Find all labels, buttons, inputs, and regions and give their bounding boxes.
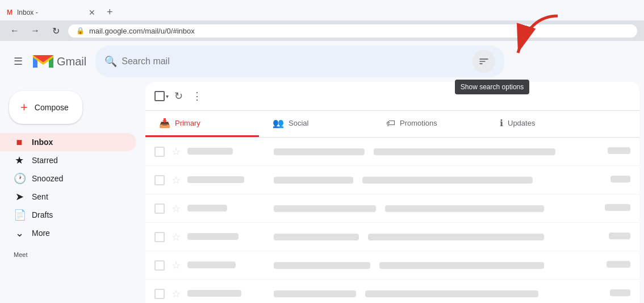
lock-icon: 🔒 bbox=[76, 27, 85, 35]
sender-name bbox=[187, 204, 267, 213]
email-time bbox=[609, 233, 630, 241]
sidebar: + Compose ■ Inbox ★ Starred 🕐 Snoozed ➤ … bbox=[0, 82, 145, 303]
active-tab[interactable]: M Inbox - ✕ bbox=[0, 5, 102, 20]
forward-button[interactable]: → bbox=[27, 23, 43, 39]
search-options-container: Show search options bbox=[472, 50, 495, 73]
tab-updates[interactable]: ℹ Updates bbox=[486, 111, 600, 137]
sidebar-item-more[interactable]: ⌄ More bbox=[0, 224, 136, 242]
email-toolbar: ▾ ↻ ⋮ bbox=[145, 82, 639, 111]
sidebar-item-label-inbox: Inbox bbox=[32, 138, 127, 147]
updates-tab-icon: ℹ bbox=[500, 118, 503, 128]
sidebar-item-inbox[interactable]: ■ Inbox bbox=[0, 133, 136, 151]
star-icon[interactable]: ☆ bbox=[172, 288, 181, 300]
table-row[interactable]: ☆ bbox=[145, 138, 639, 166]
gmail-logo: Gmail bbox=[32, 53, 86, 70]
select-all-area[interactable]: ▾ bbox=[154, 91, 169, 101]
tab-favicon: M bbox=[7, 9, 12, 16]
select-dropdown-chevron[interactable]: ▾ bbox=[166, 93, 169, 99]
new-tab-button[interactable]: + bbox=[102, 4, 118, 20]
social-tab-icon: 👥 bbox=[273, 118, 284, 128]
email-body-preview bbox=[274, 177, 604, 184]
table-row[interactable]: ☆ bbox=[145, 223, 639, 251]
address-bar-row: ← → ↻ 🔒 mail.google.com/mail/u/0/#inbox bbox=[0, 20, 644, 41]
email-body-preview bbox=[274, 148, 601, 155]
more-actions-button[interactable]: ⋮ bbox=[189, 86, 206, 106]
sent-icon: ➤ bbox=[14, 190, 25, 203]
select-all-checkbox[interactable] bbox=[154, 91, 165, 101]
star-icon[interactable]: ☆ bbox=[172, 202, 181, 215]
sender-name bbox=[187, 289, 267, 298]
email-body-preview bbox=[274, 234, 602, 240]
table-row[interactable]: ☆ bbox=[145, 251, 639, 280]
email-time bbox=[607, 261, 630, 269]
refresh-button[interactable]: ↻ bbox=[48, 23, 64, 39]
url-text: mail.google.com/mail/u/0/#inbox bbox=[89, 27, 195, 35]
back-button[interactable]: ← bbox=[7, 23, 23, 39]
star-icon[interactable]: ☆ bbox=[172, 259, 181, 272]
email-body-preview bbox=[274, 290, 603, 297]
sender-name bbox=[187, 176, 267, 185]
email-body-preview bbox=[274, 205, 598, 212]
compose-plus-icon: + bbox=[20, 100, 28, 115]
sidebar-item-label-drafts: Drafts bbox=[32, 210, 127, 219]
category-tabs: 📥 Primary 👥 Social 🏷 Promotions ℹ Update… bbox=[145, 111, 639, 138]
sidebar-item-label-snoozed: Snoozed bbox=[32, 174, 127, 183]
table-row[interactable]: ☆ bbox=[145, 280, 639, 303]
starred-icon: ★ bbox=[14, 154, 25, 167]
star-icon[interactable]: ☆ bbox=[172, 146, 181, 158]
row-checkbox[interactable] bbox=[154, 175, 165, 185]
row-checkbox[interactable] bbox=[154, 260, 165, 271]
search-bar[interactable]: 🔍 Show search options bbox=[95, 45, 504, 77]
row-checkbox[interactable] bbox=[154, 147, 165, 157]
email-list: ☆ ☆ bbox=[145, 138, 639, 303]
gmail-m-logo bbox=[32, 53, 55, 70]
search-input[interactable] bbox=[122, 56, 468, 67]
menu-button[interactable]: ☰ bbox=[9, 51, 27, 72]
row-checkbox[interactable] bbox=[154, 204, 165, 214]
drafts-icon: 📄 bbox=[14, 209, 25, 221]
sender-name bbox=[187, 147, 267, 156]
email-time bbox=[605, 204, 630, 213]
row-checkbox[interactable] bbox=[154, 232, 165, 242]
sidebar-item-label-starred: Starred bbox=[32, 156, 127, 165]
star-icon[interactable]: ☆ bbox=[172, 174, 181, 186]
table-row[interactable]: ☆ bbox=[145, 194, 639, 223]
more-chevron-icon: ⌄ bbox=[14, 227, 25, 239]
tab-label-updates: Updates bbox=[508, 119, 535, 127]
sender-name bbox=[187, 261, 267, 270]
sidebar-item-starred[interactable]: ★ Starred bbox=[0, 151, 136, 169]
promotions-tab-icon: 🏷 bbox=[386, 118, 395, 128]
inbox-icon: ■ bbox=[14, 136, 25, 148]
url-bar[interactable]: 🔒 mail.google.com/mail/u/0/#inbox bbox=[68, 24, 637, 38]
app-header: ☰ Gmail 🔍 Show searc bbox=[0, 41, 644, 82]
sidebar-item-label-more: More bbox=[32, 229, 127, 238]
primary-tab-icon: 📥 bbox=[159, 118, 170, 128]
search-options-button[interactable] bbox=[472, 50, 495, 73]
sender-name bbox=[187, 233, 267, 242]
email-body-preview bbox=[274, 262, 600, 269]
sidebar-item-sent[interactable]: ➤ Sent bbox=[0, 188, 136, 206]
meet-section-label: Meet bbox=[0, 242, 145, 260]
star-icon[interactable]: ☆ bbox=[172, 231, 181, 243]
filter-icon bbox=[478, 56, 490, 67]
row-checkbox[interactable] bbox=[154, 289, 165, 299]
tab-primary[interactable]: 📥 Primary bbox=[145, 111, 259, 137]
compose-label: Compose bbox=[35, 103, 69, 112]
tab-close-button[interactable]: ✕ bbox=[89, 8, 95, 17]
tab-title: Inbox - bbox=[17, 9, 84, 16]
sidebar-item-label-sent: Sent bbox=[32, 192, 127, 201]
tab-social[interactable]: 👥 Social bbox=[259, 111, 373, 137]
refresh-button[interactable]: ↻ bbox=[171, 86, 186, 106]
email-time bbox=[610, 289, 630, 298]
snoozed-icon: 🕐 bbox=[14, 172, 25, 185]
search-icon: 🔍 bbox=[104, 55, 117, 68]
sidebar-item-snoozed[interactable]: 🕐 Snoozed bbox=[0, 169, 136, 188]
compose-button[interactable]: + Compose bbox=[9, 91, 82, 124]
gmail-text: Gmail bbox=[57, 55, 86, 68]
gmail-body: + Compose ■ Inbox ★ Starred 🕐 Snoozed ➤ … bbox=[0, 82, 644, 303]
tab-label-promotions: Promotions bbox=[400, 119, 437, 127]
tab-promotions[interactable]: 🏷 Promotions bbox=[373, 111, 486, 137]
tab-label-primary: Primary bbox=[175, 119, 200, 127]
table-row[interactable]: ☆ bbox=[145, 166, 639, 194]
sidebar-item-drafts[interactable]: 📄 Drafts bbox=[0, 206, 136, 224]
